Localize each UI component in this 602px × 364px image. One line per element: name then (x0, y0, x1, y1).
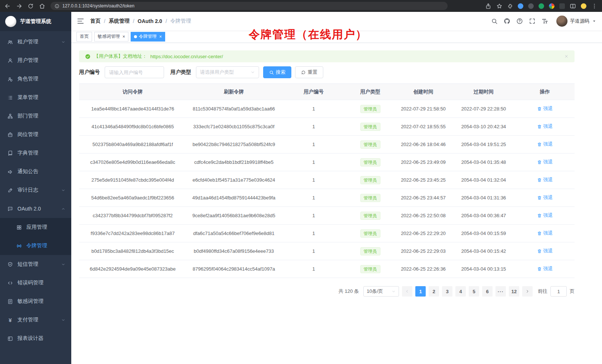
forward-icon[interactable] (16, 3, 22, 9)
sidebar-item-post[interactable]: 岗位管理 (0, 125, 71, 144)
split-view-icon[interactable] (570, 3, 576, 9)
action-cell: 强退 (515, 225, 575, 242)
github-icon[interactable] (504, 18, 510, 24)
tab-close-icon[interactable]: × (159, 34, 162, 39)
prev-page-button[interactable] (402, 286, 412, 297)
back-icon[interactable] (4, 3, 11, 9)
sidebar-item-oauth2[interactable]: OAuth 2.0 (0, 199, 71, 218)
extension-icon-colorful[interactable] (549, 3, 554, 9)
home-icon[interactable] (39, 3, 45, 9)
sidebar-item-tenant[interactable]: 租户管理 (0, 33, 71, 51)
sidebar-item-sms[interactable]: 短信管理 (0, 255, 71, 274)
app-logo[interactable]: 芋道管理系统 (0, 12, 71, 31)
tab-home[interactable]: 首页 (76, 32, 92, 42)
access-token-cell: c347026e805e4d99b0d116eae66eda8c (79, 153, 186, 171)
force-logout-button[interactable]: 强退 (537, 212, 553, 219)
search-form: 用户编号 用户类型 请选择用户类型 搜索 重置 (79, 66, 575, 78)
search-button[interactable]: 搜索 (263, 66, 291, 78)
page-button-4[interactable]: 4 (455, 286, 466, 297)
page-button-6[interactable]: 6 (482, 286, 493, 297)
user-name: 芋道源码 (570, 18, 589, 24)
sidebar-item-dept[interactable]: 部门管理 (0, 107, 71, 125)
chevron-up-icon (61, 207, 65, 211)
extension-icon-dark[interactable] (528, 3, 534, 9)
breadcrumb-item[interactable]: 系统管理 (109, 18, 130, 24)
hamburger-icon[interactable] (77, 17, 84, 25)
help-icon[interactable] (516, 18, 523, 24)
address-bar[interactable]: 127.0.0.1:1024/system/oauth2/token (50, 2, 448, 10)
fullscreen-icon[interactable] (529, 18, 536, 24)
extension-icon-green[interactable] (539, 3, 544, 9)
force-logout-button[interactable]: 强退 (537, 230, 553, 236)
force-logout-button[interactable]: 强退 (537, 248, 553, 254)
site-info-icon[interactable] (55, 4, 59, 9)
breadcrumb-item[interactable]: OAuth 2.0 (138, 18, 162, 24)
alert-link[interactable]: https://doc.iocoder.cn/user-center/ (150, 54, 223, 59)
reset-button[interactable]: 重置 (295, 66, 323, 78)
notice-icon (7, 169, 13, 175)
page-button-3[interactable]: 3 (442, 286, 452, 297)
sidebar-item-notice[interactable]: 通知公告 (0, 162, 71, 181)
page-button-5[interactable]: 5 (469, 286, 479, 297)
sidebar-item-error-code[interactable]: 错误码管理 (0, 274, 71, 292)
action-cell: 强退 (515, 118, 575, 136)
doc-alert: 【用户体系】文档地址： https://doc.iocoder.cn/user-… (79, 50, 575, 62)
chevron-down-icon (251, 70, 255, 75)
user-type-cell: 管理员 (346, 100, 395, 118)
sidebar-item-audit-log[interactable]: 审计日志 (0, 181, 71, 199)
sidebar-item-menu[interactable]: 菜单管理 (0, 88, 71, 107)
extension-icon-blue[interactable] (518, 3, 523, 9)
user-menu[interactable]: 芋道源码 (556, 16, 596, 27)
breadcrumb-item[interactable]: 首页 (90, 18, 101, 24)
tags-view: 首页敏感词管理×令牌管理× (71, 30, 602, 43)
tab-close-icon[interactable]: × (122, 34, 125, 39)
browser-menu-icon[interactable] (591, 3, 598, 9)
oauth-icon (7, 206, 13, 212)
sidebar-item-report-designer[interactable]: 报表设计器 (0, 329, 71, 348)
total-count: 共 120 条 (338, 288, 359, 295)
force-logout-button[interactable]: 强退 (537, 141, 553, 148)
force-logout-button[interactable]: 强退 (537, 176, 553, 183)
sidebar-item-oauth2-app[interactable]: 应用管理 (0, 218, 71, 236)
page-button-2[interactable]: 2 (429, 286, 439, 297)
errcode-icon (7, 280, 13, 286)
user-type-select[interactable]: 请选择用户类型 (196, 66, 259, 78)
force-logout-button[interactable]: 强退 (537, 265, 553, 272)
bookmark-star-icon[interactable] (496, 3, 503, 9)
breadcrumb-separator: / (166, 18, 167, 24)
force-logout-button[interactable]: 强退 (537, 105, 553, 112)
sidebar-item-role[interactable]: 角色管理 (0, 70, 71, 88)
trash-icon (537, 267, 542, 271)
force-logout-button[interactable]: 强退 (537, 194, 553, 201)
menu-icon (7, 95, 13, 100)
next-page-button[interactable] (522, 286, 533, 297)
user-id-input[interactable] (105, 66, 164, 78)
extensions-puzzle-icon[interactable] (507, 3, 513, 9)
alert-close-icon[interactable] (564, 54, 569, 59)
tab-token[interactable]: 令牌管理× (131, 32, 165, 42)
sidebar-item-pay[interactable]: ¥支付管理 (0, 311, 71, 329)
force-logout-button[interactable]: 强退 (537, 159, 553, 165)
sidebar-item-user[interactable]: 用户管理 (0, 51, 71, 70)
share-icon[interactable] (485, 3, 491, 9)
tab-sensitive-word[interactable]: 敏感词管理× (94, 32, 128, 42)
font-size-icon[interactable] (542, 18, 548, 24)
extension-icon-dark2[interactable] (559, 3, 565, 9)
page-button-1[interactable]: 1 (415, 286, 426, 297)
more-pages-button[interactable]: ··· (495, 286, 506, 297)
refresh-token-cell: 333ecfc71e02480cb11055c875c3ca0f (186, 118, 281, 136)
reload-icon[interactable] (27, 3, 34, 9)
goto-page-input[interactable] (550, 286, 567, 297)
page-size-select[interactable]: 10条/页 (363, 286, 399, 297)
sidebar-item-dict[interactable]: 字典管理 (0, 144, 71, 162)
browser-toolbar: 127.0.0.1:1024/system/oauth2/token (0, 0, 602, 12)
search-icon[interactable] (491, 18, 498, 24)
user-id-cell: 1 (281, 118, 346, 136)
force-logout-button[interactable]: 强退 (537, 123, 553, 130)
profile-avatar[interactable] (581, 3, 586, 9)
expire-time-cell: 2054-03-04 01:32:04 (452, 171, 515, 189)
page-button-12[interactable]: 12 (509, 286, 519, 297)
alert-text: 【用户体系】文档地址： (94, 53, 147, 60)
sidebar-item-oauth2-token[interactable]: 令牌管理 (0, 236, 71, 255)
sidebar-item-sensitive-word[interactable]: 敏感词管理 (0, 292, 71, 311)
